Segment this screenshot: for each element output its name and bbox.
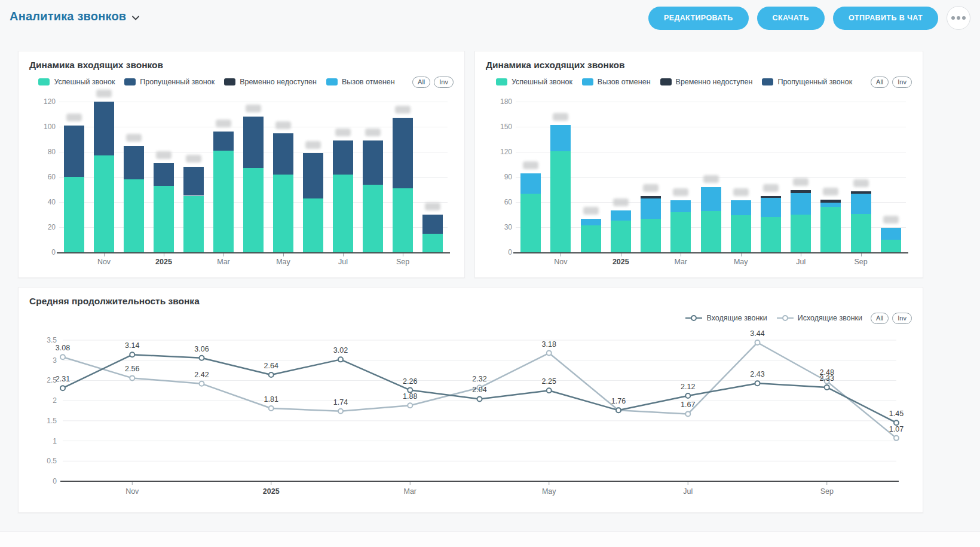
bar-segment[interactable] [422, 234, 443, 253]
data-point[interactable] [269, 406, 274, 411]
bar-segment[interactable] [611, 210, 631, 221]
bar-segment[interactable] [670, 200, 691, 212]
bar-segment[interactable] [820, 207, 841, 252]
data-point[interactable] [60, 386, 65, 390]
bar-segment[interactable] [393, 188, 413, 252]
bar-segment[interactable] [520, 194, 541, 252]
bar-segment[interactable] [761, 217, 781, 252]
bar-segment[interactable] [791, 190, 811, 192]
bar-segment[interactable] [550, 151, 571, 252]
data-point[interactable] [130, 375, 134, 380]
data-point[interactable] [130, 352, 134, 357]
bar-segment[interactable] [581, 225, 601, 252]
report-title-dropdown[interactable]: Аналитика звонков [10, 10, 139, 23]
bar-segment[interactable] [333, 140, 353, 175]
bar-segment[interactable] [183, 167, 204, 195]
bar-segment[interactable] [303, 153, 323, 198]
data-point[interactable] [894, 420, 899, 425]
bar-segment[interactable] [701, 187, 721, 212]
bar-segment[interactable] [422, 215, 443, 234]
bar-segment[interactable] [213, 132, 234, 151]
legend-item[interactable]: Временно недоступен [224, 78, 317, 86]
data-point[interactable] [685, 393, 690, 398]
bar-segment[interactable] [851, 191, 871, 194]
legend-item[interactable]: Временно недоступен [660, 78, 753, 86]
data-point[interactable] [616, 408, 621, 412]
data-point[interactable] [338, 409, 343, 414]
data-point[interactable] [894, 436, 899, 441]
bar-segment[interactable] [333, 175, 353, 252]
bar-segment[interactable] [731, 215, 751, 252]
data-point[interactable] [200, 356, 204, 360]
data-point[interactable] [477, 396, 482, 401]
data-point[interactable] [269, 372, 274, 377]
data-point[interactable] [200, 381, 204, 386]
bar-segment[interactable] [154, 163, 174, 186]
filter-inv-button[interactable]: Inv [892, 77, 912, 88]
bar-segment[interactable] [701, 211, 721, 252]
bar-segment[interactable] [641, 219, 661, 252]
legend-item[interactable]: Входящие звонки [685, 314, 767, 322]
bar-segment[interactable] [820, 203, 841, 207]
bar-segment[interactable] [791, 193, 811, 215]
filter-all-button[interactable]: All [412, 77, 430, 88]
bar-segment[interactable] [243, 168, 264, 252]
legend-item[interactable]: Пропущенный звонок [762, 78, 852, 86]
data-point[interactable] [755, 340, 760, 345]
bar-segment[interactable] [670, 212, 691, 252]
legend-item[interactable]: Пропущенный звонок [124, 78, 215, 86]
bar-segment[interactable] [94, 102, 114, 155]
data-point[interactable] [60, 355, 65, 359]
bar-segment[interactable] [611, 221, 631, 252]
bar-segment[interactable] [581, 219, 601, 225]
bar-segment[interactable] [363, 185, 383, 252]
bar-segment[interactable] [393, 118, 413, 188]
legend-item[interactable]: Вызов отменен [326, 78, 395, 86]
data-point[interactable] [685, 411, 690, 416]
legend-item[interactable]: Вызов отменен [582, 78, 651, 86]
bar-segment[interactable] [761, 196, 781, 198]
bar-segment[interactable] [64, 126, 84, 177]
edit-button[interactable]: РЕДАКТИРОВАТЬ [648, 7, 749, 30]
bar-segment[interactable] [363, 140, 383, 185]
bar-segment[interactable] [761, 198, 781, 217]
bar-segment[interactable] [273, 133, 293, 175]
data-point[interactable] [408, 403, 412, 408]
filter-all-button[interactable]: All [871, 77, 889, 88]
bar-segment[interactable] [851, 194, 871, 214]
legend-item[interactable]: Успешный звонок [38, 78, 115, 86]
legend-item[interactable]: Исходящие звонки [777, 314, 862, 322]
data-point[interactable] [547, 351, 552, 356]
bar-segment[interactable] [213, 151, 234, 252]
bar-segment[interactable] [881, 240, 901, 252]
bar-segment[interactable] [273, 175, 293, 252]
bar-segment[interactable] [94, 155, 114, 252]
bar-segment[interactable] [303, 198, 323, 252]
legend-item[interactable]: Успешный звонок [496, 78, 572, 86]
more-options-button[interactable] [947, 6, 970, 30]
bar-segment[interactable] [124, 179, 144, 252]
data-point[interactable] [825, 385, 829, 390]
data-point[interactable] [408, 388, 412, 393]
bar-segment[interactable] [550, 125, 571, 151]
filter-inv-button[interactable]: Inv [892, 313, 912, 324]
filter-inv-button[interactable]: Inv [434, 77, 454, 88]
bar-segment[interactable] [124, 146, 144, 180]
bar-segment[interactable] [641, 198, 661, 219]
bar-segment[interactable] [791, 215, 811, 252]
bar-segment[interactable] [820, 200, 841, 203]
bar-segment[interactable] [881, 228, 901, 240]
bar-segment[interactable] [731, 200, 751, 215]
bar-segment[interactable] [64, 177, 84, 252]
data-point[interactable] [755, 381, 760, 386]
bar-segment[interactable] [154, 186, 174, 252]
bar-segment[interactable] [183, 196, 204, 253]
bar-segment[interactable] [641, 196, 661, 198]
bar-segment[interactable] [851, 214, 871, 252]
filter-all-button[interactable]: All [871, 313, 889, 324]
data-point[interactable] [338, 357, 343, 362]
bar-segment[interactable] [243, 117, 264, 168]
download-button[interactable]: СКАЧАТЬ [757, 7, 825, 30]
data-point[interactable] [547, 388, 552, 393]
bar-segment[interactable] [520, 173, 541, 194]
